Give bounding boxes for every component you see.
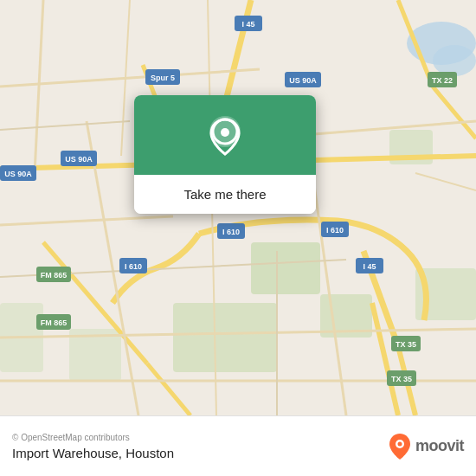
bottom-left: © OpenStreetMap contributors Import Ware… [12, 433, 174, 460]
svg-text:Spur 5: Spur 5 [151, 74, 175, 82]
moovit-logo[interactable]: moovit [388, 433, 464, 460]
svg-text:I 610: I 610 [326, 226, 344, 235]
take-me-there-button[interactable]: Take me there [134, 175, 316, 214]
svg-text:I 610: I 610 [125, 262, 142, 271]
svg-point-65 [221, 128, 229, 137]
location-pin-icon [206, 114, 244, 159]
svg-text:I 45: I 45 [363, 262, 376, 271]
svg-text:US 90A: US 90A [65, 155, 93, 164]
bottom-bar: © OpenStreetMap contributors Import Ware… [0, 415, 476, 476]
svg-rect-2 [173, 303, 277, 372]
svg-point-67 [397, 441, 402, 446]
svg-text:TX 35: TX 35 [396, 340, 416, 349]
svg-text:US 90A: US 90A [4, 170, 32, 178]
svg-text:TX 35: TX 35 [391, 375, 412, 383]
svg-text:I 45: I 45 [241, 20, 254, 29]
moovit-pin-icon [388, 433, 412, 460]
svg-text:US 90A: US 90A [289, 76, 317, 85]
popup-header [134, 95, 316, 175]
svg-text:TX 22: TX 22 [432, 76, 453, 85]
svg-point-9 [433, 45, 476, 76]
copyright-text: © OpenStreetMap contributors [12, 433, 174, 442]
svg-rect-1 [251, 242, 320, 294]
svg-text:I 610: I 610 [222, 228, 240, 236]
svg-text:FM 865: FM 865 [41, 271, 68, 280]
moovit-brand-text: moovit [415, 437, 464, 455]
map-container: I 45 US 90A US 90A US 90A Spur 5 I 610 I… [0, 0, 476, 415]
popup-card: Take me there [134, 95, 316, 214]
svg-text:FM 865: FM 865 [41, 318, 68, 327]
location-text: Import Warehouse, Houston [12, 446, 174, 460]
